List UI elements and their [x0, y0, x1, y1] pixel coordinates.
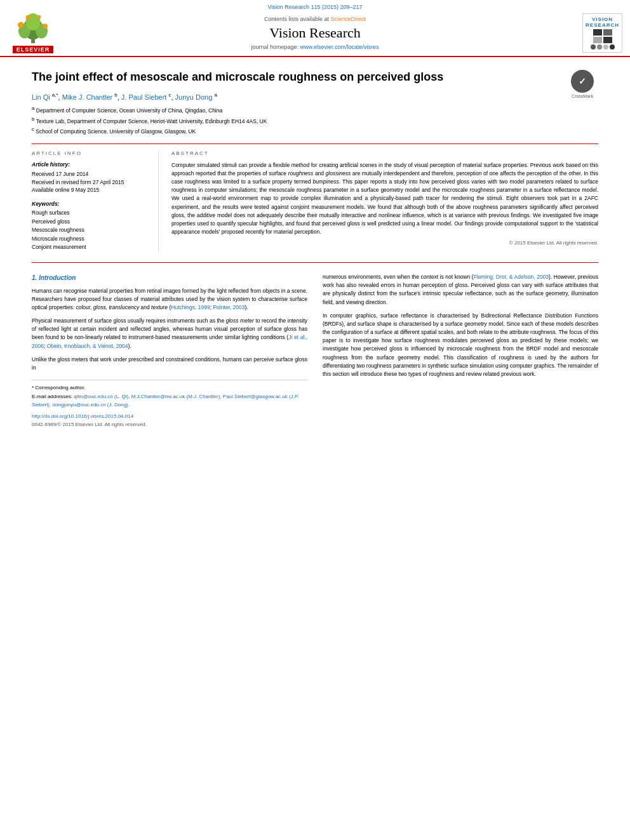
received-date: Received 17 June 2014	[32, 170, 149, 178]
title-area: The joint effect of mesoscale and micros…	[32, 70, 598, 84]
available-date: Available online 9 May 2015	[32, 186, 149, 194]
keyword-5: Conjoint measurement	[32, 243, 149, 252]
intro-heading: 1. Introduction	[32, 273, 307, 283]
affil-2: b Texture Lab, Department of Computer Sc…	[32, 116, 598, 126]
article-history-label: Article history:	[32, 161, 149, 168]
vr-square-3	[593, 37, 602, 43]
abstract-label: ABSTRACT	[171, 150, 598, 156]
crossmark-badge: ✓ CrossMark	[566, 70, 598, 98]
vr-logo-text: VISIONRESEARCH	[586, 17, 619, 28]
intro-para-1: Humans can recognise material properties…	[32, 287, 307, 312]
vr-circle-4	[610, 44, 615, 50]
elsevier-logo: ELSEVIER	[8, 13, 58, 53]
intro-para-right-1: numerous environments, even when the con…	[323, 273, 598, 307]
keywords-title: Keywords:	[32, 201, 149, 207]
rights-line: 0042-6989/© 2015 Elsevier Ltd. All right…	[32, 421, 307, 429]
author-3: J. Paul Siebert c,	[121, 93, 175, 101]
body-two-col: 1. Introduction Humans can recognise mat…	[32, 273, 598, 429]
affil-1: a Department of Computer Science, Ocean …	[32, 105, 598, 115]
vr-logo-box: VISIONRESEARCH	[582, 13, 622, 53]
section-divider	[32, 262, 598, 263]
svg-point-7	[25, 15, 30, 20]
vr-logo-squares	[593, 29, 612, 43]
authors-line: Lin Qi a,*, Mike J. Chantler b, J. Paul …	[32, 92, 598, 101]
article-content: The joint effect of mesoscale and micros…	[0, 57, 630, 441]
author-1: Lin Qi a,*,	[32, 93, 62, 101]
intro-para-right-2: In computer graphics, surface reflectanc…	[323, 312, 598, 378]
elsevier-tree-icon	[14, 13, 52, 44]
journal-name: Vision Research	[58, 25, 572, 41]
author-4: Junyu Dong a	[175, 93, 217, 101]
elsevier-wordmark: ELSEVIER	[13, 46, 54, 53]
crossmark-icon: ✓	[571, 70, 594, 93]
body-right-col: numerous environments, even when the con…	[323, 273, 598, 429]
vr-logo-circles	[591, 44, 615, 50]
journal-header: Vision Research 115 (2015) 209–217 ELSEV…	[0, 0, 630, 57]
vr-square-2	[603, 29, 612, 36]
journal-citation: Vision Research 115 (2015) 209–217	[0, 4, 630, 10]
intro-para-3: Unlike the gloss meters that work under …	[32, 356, 307, 372]
contents-line: Contents lists available at ScienceDirec…	[58, 16, 572, 22]
keyword-4: Microscale roughness	[32, 235, 149, 244]
article-info-col: ARTICLE INFO Article history: Received 1…	[32, 150, 159, 252]
homepage-line: journal homepage: www.elsevier.com/locat…	[58, 44, 572, 50]
vr-square-1	[593, 29, 602, 36]
vr-square-4	[603, 37, 612, 43]
keywords-section: Keywords: Rough surfaces Perceived gloss…	[32, 201, 149, 252]
svg-point-5	[18, 22, 24, 28]
homepage-url[interactable]: www.elsevier.com/locate/visres	[300, 44, 379, 50]
author-2: Mike J. Chantler b,	[62, 93, 121, 101]
doi-line[interactable]: http://dx.doi.org/10.1016/j.visres.2015.…	[32, 413, 307, 420]
footnote-area: * Corresponding author. E-mail addresses…	[32, 380, 307, 409]
journal-title-block: Contents lists available at ScienceDirec…	[58, 16, 572, 50]
article-info-abstract-section: ARTICLE INFO Article history: Received 1…	[32, 143, 598, 252]
vr-circle-1	[591, 44, 596, 50]
copyright-line: © 2015 Elsevier Ltd. All rights reserved…	[171, 240, 598, 246]
email-addresses[interactable]: qilin@ouc.edu.cn (L. Qi), M.J.Chantler@h…	[32, 394, 298, 407]
vr-circle-3	[603, 44, 608, 50]
affiliations: a Department of Computer Science, Ocean …	[32, 105, 598, 136]
revised-date: Received in revised form 27 April 2015	[32, 178, 149, 187]
svg-point-8	[37, 15, 41, 19]
keyword-3: Mesoscale roughness	[32, 226, 149, 235]
svg-point-6	[43, 23, 48, 29]
keyword-1: Rough surfaces	[32, 209, 149, 218]
article-title: The joint effect of mesoscale and micros…	[32, 70, 598, 84]
intro-para-2: Physical measurement of surface gloss us…	[32, 317, 307, 350]
vision-research-logo: VISIONRESEARCH	[572, 13, 622, 53]
affil-3: c School of Computing Science, Universit…	[32, 126, 598, 136]
article-info-label: ARTICLE INFO	[32, 150, 149, 156]
crossmark-label: CrossMark	[566, 94, 598, 98]
footnote-corresponding: * Corresponding author.	[32, 384, 307, 392]
abstract-col: ABSTRACT Computer simulated stimuli can …	[171, 150, 598, 252]
footnote-emails: E-mail addresses: qilin@ouc.edu.cn (L. Q…	[32, 393, 307, 409]
vr-circle-2	[597, 44, 602, 50]
keyword-2: Perceived gloss	[32, 218, 149, 227]
abstract-text: Computer simulated stimuli can provide a…	[171, 161, 598, 237]
body-left-col: 1. Introduction Humans can recognise mat…	[32, 273, 307, 429]
sciencedirect-link[interactable]: ScienceDirect	[331, 16, 366, 22]
